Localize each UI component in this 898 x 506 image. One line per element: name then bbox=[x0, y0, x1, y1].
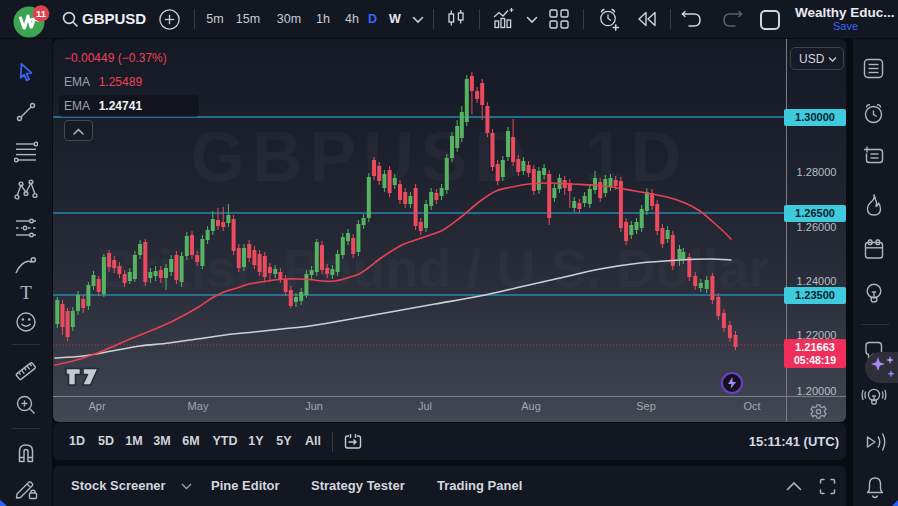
svg-text:T: T bbox=[20, 282, 32, 303]
svg-text:11: 11 bbox=[36, 8, 47, 19]
